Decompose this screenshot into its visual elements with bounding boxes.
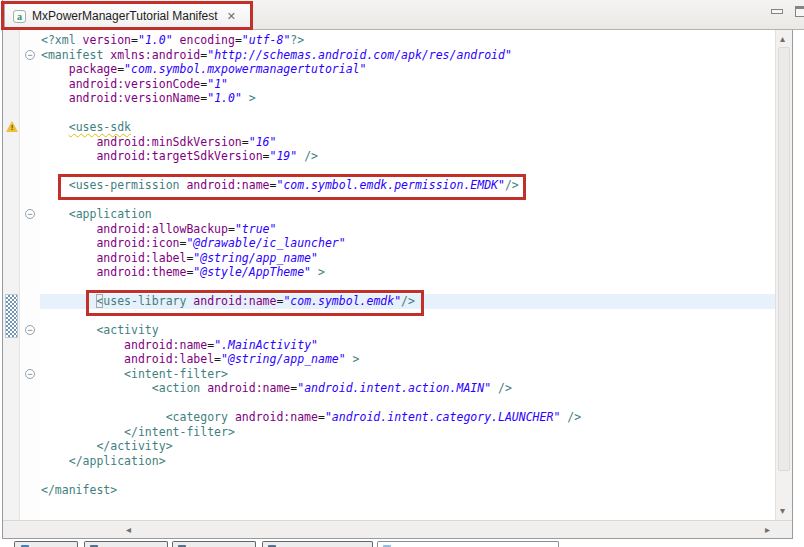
fold-collapse-icon[interactable]: − [25, 209, 35, 219]
xml-source-editor: ! <?xml version="1.0" encoding="utf-8"?>… [3, 30, 792, 520]
code-line: <uses-library android:name="com.symbol.e… [41, 294, 775, 309]
code-line: <uses-permission android:name="com.symbo… [41, 178, 775, 193]
maximize-icon[interactable] [795, 6, 804, 17]
code-line: </intent-filter> [41, 425, 775, 440]
code-line [41, 164, 775, 179]
code-line [41, 309, 775, 324]
code-line: <activity [41, 323, 775, 338]
code-line: package="com.symbol.mxpowermanagertutori… [41, 62, 775, 77]
code-line: android:minSdkVersion="16" [41, 135, 775, 150]
code-line [41, 106, 775, 121]
bottom-tab-stub[interactable] [84, 541, 168, 547]
code-line: android:versionCode="1" [41, 77, 775, 92]
code-line: </activity> [41, 439, 775, 454]
code-line: android:label="@string/app_name" [41, 251, 775, 266]
manifest-file-icon: a [13, 10, 26, 23]
bottom-tab-strip [0, 540, 804, 547]
code-line: android:allowBackup="true" [41, 222, 775, 237]
vertical-scrollbar[interactable]: ▴ ▾ [775, 30, 792, 520]
bottom-tab-stub[interactable] [14, 541, 78, 547]
minimize-icon[interactable] [771, 9, 783, 14]
code-line [41, 193, 775, 208]
code-line: <uses-sdk [41, 120, 775, 135]
code-line: <application [41, 207, 775, 222]
code-line: <?xml version="1.0" encoding="utf-8"?> [41, 33, 775, 48]
scroll-right-icon[interactable]: ▸ [765, 525, 770, 535]
code-line: android:label="@string/app_name" > [41, 352, 775, 367]
scroll-down-icon[interactable]: ▾ [780, 506, 785, 516]
vertical-scroll-thumb[interactable] [778, 47, 790, 471]
tab-manifest-editor[interactable]: a MxPowerManagerTutorial Manifest ✕ [4, 1, 252, 30]
code-line: android:targetSdkVersion="19" /> [41, 149, 775, 164]
bottom-tab-stub[interactable] [262, 541, 373, 547]
code-line: </manifest> [41, 483, 775, 498]
code-line: </application> [41, 454, 775, 469]
editor-pane: ! <?xml version="1.0" encoding="utf-8"?>… [2, 30, 793, 539]
code-lines[interactable]: <?xml version="1.0" encoding="utf-8"?><m… [3, 30, 775, 520]
editor-tab-bar: a MxPowerManagerTutorial Manifest ✕ [2, 0, 804, 30]
code-line: android:icon="@drawable/ic_launcher" [41, 236, 775, 251]
code-line: <manifest xmlns:android="http://schemas.… [41, 48, 775, 63]
fold-collapse-icon[interactable]: − [25, 325, 35, 335]
horizontal-scrollbar[interactable]: ◂ ▸ [3, 520, 792, 538]
bottom-tab-stub-selected[interactable] [377, 541, 559, 547]
code-line [41, 468, 775, 483]
scroll-up-icon[interactable]: ▴ [780, 34, 785, 44]
fold-collapse-icon[interactable]: − [25, 369, 35, 379]
code-line: android:theme="@style/AppTheme" > [41, 265, 775, 280]
code-line: <action android:name="android.intent.act… [41, 381, 775, 396]
tab-title: MxPowerManagerTutorial Manifest [32, 9, 218, 23]
fold-collapse-icon[interactable]: − [25, 50, 35, 60]
code-line: android:name=".MainActivity" [41, 338, 775, 353]
close-icon[interactable]: ✕ [227, 11, 236, 22]
bottom-tab-stub[interactable] [172, 541, 256, 547]
scroll-left-icon[interactable]: ◂ [126, 525, 131, 535]
code-line: <category android:name="android.intent.c… [41, 410, 775, 425]
code-line [41, 396, 775, 411]
code-line: <intent-filter> [41, 367, 775, 382]
code-line [41, 280, 775, 295]
code-line: android:versionName="1.0" > [41, 91, 775, 106]
eclipse-editor-window: a MxPowerManagerTutorial Manifest ✕ ! <?… [0, 0, 804, 547]
